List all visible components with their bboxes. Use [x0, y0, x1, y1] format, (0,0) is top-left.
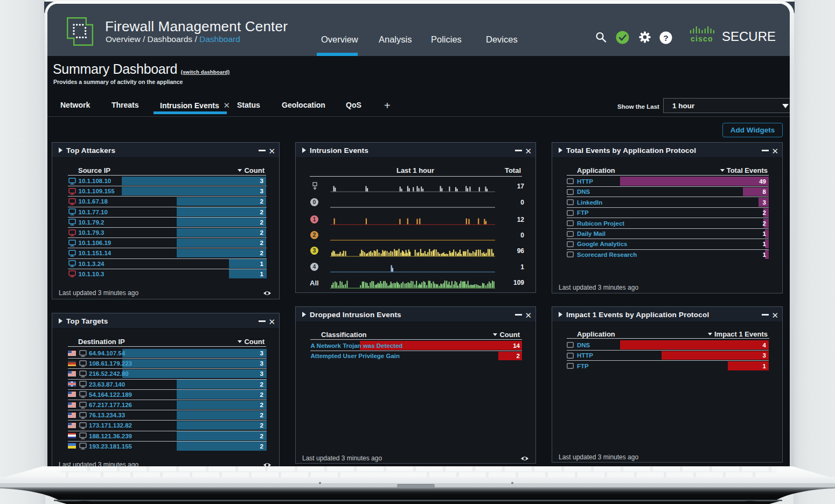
- svg-text:?: ?: [663, 33, 668, 43]
